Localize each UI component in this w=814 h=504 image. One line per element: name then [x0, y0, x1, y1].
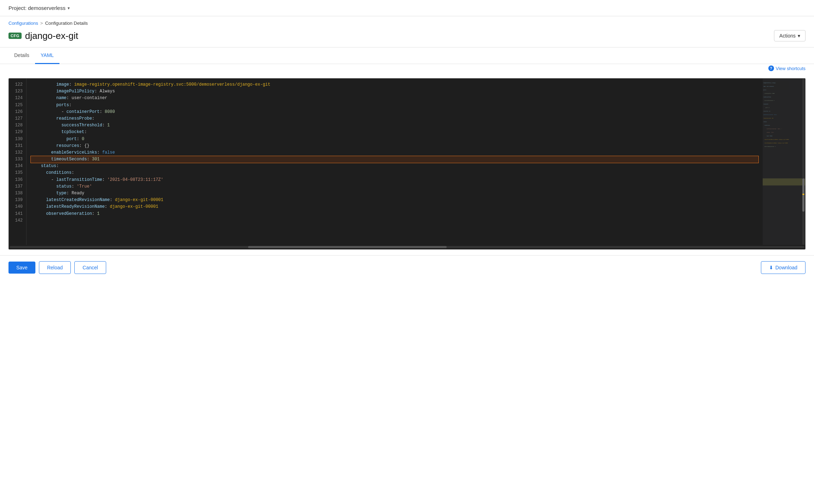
minimap-highlight — [763, 178, 805, 185]
download-icon: ⬇ — [769, 265, 773, 270]
shortcuts-label: View shortcuts — [776, 66, 806, 71]
project-label: Project: demoserverless — [8, 5, 65, 11]
actions-chevron-icon: ▾ — [798, 33, 800, 39]
cancel-button[interactable]: Cancel — [74, 261, 106, 274]
actions-label: Actions — [779, 33, 796, 39]
tabs-bar: Details YAML — [0, 47, 814, 64]
reload-button[interactable]: Reload — [39, 261, 71, 274]
actions-button[interactable]: Actions ▾ — [774, 30, 806, 41]
breadcrumb-current: Configuration Details — [45, 21, 88, 26]
line-numbers: 1221231241251261271281291301311321331341… — [9, 79, 27, 245]
page-title-area: CFG django-ex-git — [8, 30, 78, 41]
page-title: django-ex-git — [25, 30, 78, 41]
project-selector[interactable]: Project: demoserverless ▾ — [8, 5, 70, 11]
tab-details[interactable]: Details — [8, 47, 35, 64]
editor-container: 1221231241251261271281291301311321331341… — [8, 78, 806, 250]
tab-yaml[interactable]: YAML — [35, 47, 59, 64]
code-content[interactable]: image: image-registry.openshift-image-re… — [27, 79, 763, 245]
page-header: CFG django-ex-git Actions ▾ — [0, 26, 814, 47]
horizontal-scrollbar[interactable] — [9, 245, 805, 249]
breadcrumb: Configurations > Configuration Details — [0, 16, 814, 26]
scrollbar-track — [10, 246, 804, 248]
editor-area[interactable]: 1221231241251261271281291301311321331341… — [9, 79, 805, 245]
download-label: Download — [775, 265, 797, 270]
scrollbar-thumb — [248, 246, 447, 248]
save-button[interactable]: Save — [8, 262, 35, 274]
bottom-actions: Save Reload Cancel ⬇ Download — [0, 255, 814, 280]
breadcrumb-parent[interactable]: Configurations — [8, 21, 38, 26]
top-bar: Project: demoserverless ▾ — [0, 0, 814, 16]
question-icon: ? — [768, 65, 774, 71]
minimap: imagePullPolicy: Always name: user-conta… — [763, 79, 805, 245]
download-button[interactable]: ⬇ Download — [761, 261, 806, 274]
breadcrumb-separator: > — [40, 21, 43, 26]
shortcuts-area: ? View shortcuts — [0, 64, 814, 73]
left-actions: Save Reload Cancel — [8, 261, 106, 274]
chevron-down-icon: ▾ — [68, 6, 70, 11]
cfg-badge: CFG — [8, 33, 22, 39]
minimap-content: imagePullPolicy: Always name: user-conta… — [763, 79, 805, 151]
view-shortcuts-link[interactable]: ? View shortcuts — [768, 64, 806, 73]
